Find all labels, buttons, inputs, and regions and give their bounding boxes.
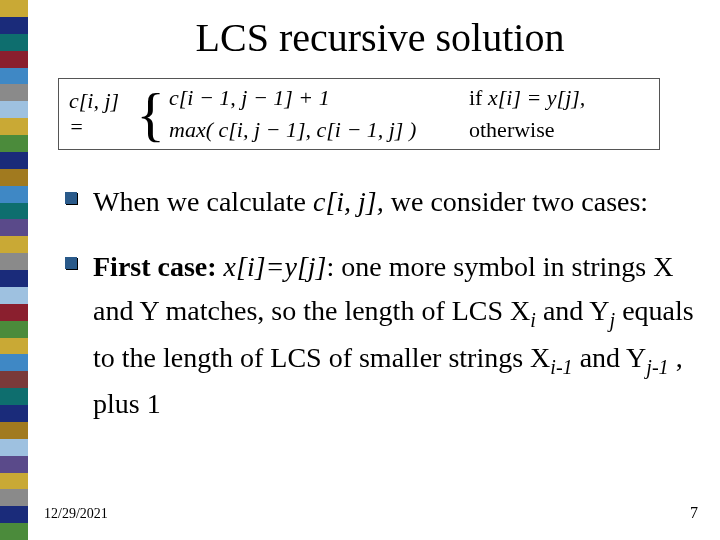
square-bullet-icon	[65, 192, 77, 204]
square-bullet-icon	[65, 257, 77, 269]
case2-cond: otherwise	[469, 117, 649, 143]
bullet-1: When we calculate c[i, j], we consider t…	[65, 180, 710, 223]
footer-page-number: 7	[690, 504, 698, 522]
slide-title: LCS recursive solution	[60, 14, 700, 61]
formula-cases: c[i − 1, j − 1] + 1 if x[i] = y[j], max(…	[169, 85, 649, 143]
formula-lhs: c[i, j] =	[69, 88, 128, 140]
recurrence-formula: c[i, j] = { c[i − 1, j − 1] + 1 if x[i] …	[58, 78, 660, 150]
decorative-stripe	[0, 0, 28, 540]
footer-date: 12/29/2021	[44, 506, 108, 522]
bullet-2-text: First case: x[i]=y[j]: one more symbol i…	[93, 251, 694, 419]
bullet-1-text: When we calculate c[i, j], we consider t…	[93, 186, 648, 217]
slide-body: When we calculate c[i, j], we consider t…	[65, 180, 710, 448]
case2-expr: max( c[i, j − 1], c[i − 1, j] )	[169, 117, 469, 143]
brace-icon: {	[136, 88, 165, 140]
bullet-2: First case: x[i]=y[j]: one more symbol i…	[65, 245, 710, 425]
case1-expr: c[i − 1, j − 1] + 1	[169, 85, 469, 111]
slide: LCS recursive solution c[i, j] = { c[i −…	[0, 0, 720, 540]
case1-cond: if x[i] = y[j],	[469, 85, 649, 111]
